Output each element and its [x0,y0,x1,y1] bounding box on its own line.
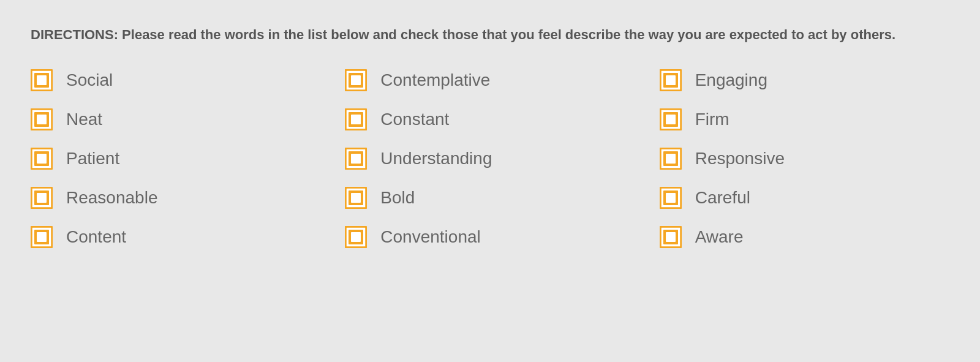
svg-rect-11 [37,115,47,124]
item-label-firm: Firm [695,110,729,129]
item-label-engaging: Engaging [695,70,767,90]
svg-rect-14 [351,115,361,124]
svg-rect-8 [666,75,676,85]
checkbox-icon-responsive[interactable] [660,148,682,170]
checkbox-icon-reasonable[interactable] [31,187,53,209]
checklist-item-conventional[interactable]: Conventional [345,226,635,248]
checkbox-icon-content[interactable] [31,226,53,248]
checkbox-icon-conventional[interactable] [345,226,367,248]
checkbox-icon-bold[interactable] [345,187,367,209]
svg-rect-29 [37,193,47,203]
checkbox-icon-understanding[interactable] [345,148,367,170]
svg-rect-23 [351,154,361,164]
svg-rect-20 [37,154,47,164]
checkbox-icon-firm[interactable] [660,108,682,130]
checklist-item-content[interactable]: Content [31,226,320,248]
checklist-item-firm[interactable]: Firm [660,108,949,130]
checklist-item-engaging[interactable]: Engaging [660,69,949,91]
item-label-social: Social [66,70,113,90]
checkbox-icon-constant[interactable] [345,108,367,130]
svg-rect-5 [351,75,361,85]
checkbox-icon-patient[interactable] [31,148,53,170]
item-label-responsive: Responsive [695,149,785,168]
svg-rect-41 [351,232,361,242]
checkbox-icon-contemplative[interactable] [345,69,367,91]
directions-text: DIRECTIONS: Please read the words in the… [31,25,949,45]
checklist-item-constant[interactable]: Constant [345,108,635,130]
checklist-item-bold[interactable]: Bold [345,187,635,209]
checklist-item-careful[interactable]: Careful [660,187,949,209]
svg-rect-44 [666,232,676,242]
checklist-grid: Social Contemplative [31,69,949,248]
item-label-content: Content [66,227,126,247]
checklist-item-social[interactable]: Social [31,69,320,91]
item-label-neat: Neat [66,110,102,129]
checklist-item-contemplative[interactable]: Contemplative [345,69,635,91]
item-label-aware: Aware [695,227,744,247]
svg-rect-2 [37,75,47,85]
checkbox-icon-social[interactable] [31,69,53,91]
svg-rect-35 [666,193,676,203]
checklist-item-aware[interactable]: Aware [660,226,949,248]
item-label-careful: Careful [695,188,750,208]
svg-rect-32 [351,193,361,203]
item-label-constant: Constant [380,110,449,129]
item-label-patient: Patient [66,149,119,168]
checklist-item-neat[interactable]: Neat [31,108,320,130]
checklist-item-understanding[interactable]: Understanding [345,148,635,170]
checklist-item-responsive[interactable]: Responsive [660,148,949,170]
item-label-contemplative: Contemplative [380,70,490,90]
svg-rect-38 [37,232,47,242]
svg-rect-17 [666,115,676,124]
checkbox-icon-careful[interactable] [660,187,682,209]
svg-rect-26 [666,154,676,164]
checklist-item-patient[interactable]: Patient [31,148,320,170]
checkbox-icon-engaging[interactable] [660,69,682,91]
item-label-understanding: Understanding [380,149,492,168]
item-label-bold: Bold [380,188,415,208]
checkbox-icon-aware[interactable] [660,226,682,248]
checklist-item-reasonable[interactable]: Reasonable [31,187,320,209]
checkbox-icon-neat[interactable] [31,108,53,130]
item-label-conventional: Conventional [380,227,480,247]
item-label-reasonable: Reasonable [66,188,157,208]
